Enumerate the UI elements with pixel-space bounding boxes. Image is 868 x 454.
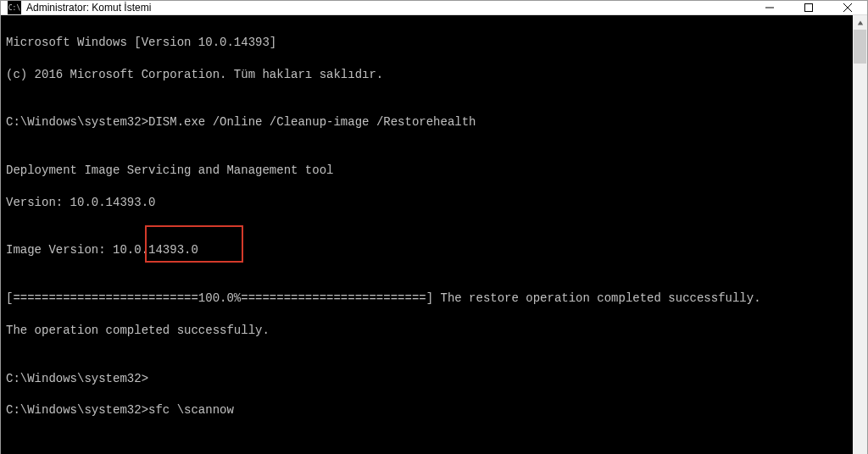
console-area: Microsoft Windows [Version 10.0.14393] (… [1,15,867,454]
console-line: Image Version: 10.0.14393.0 [6,242,848,258]
command-text: DISM.exe /Online /Cleanup-image /Restore… [148,115,476,129]
console-line: C:\Windows\system32>sfc \scannow [6,402,848,418]
scroll-thumb[interactable] [854,30,866,64]
console-line: C:\Windows\system32>DISM.exe /Online /Cl… [6,114,848,130]
console-line: The operation completed successfully. [6,323,848,339]
prompt: C:\Windows\system32> [6,403,148,417]
console-line: Version: 10.0.14393.0 [6,195,848,211]
command-prompt-window: C:\ Administrator: Komut İstemi Microsof… [0,0,868,454]
window-controls [750,1,867,14]
minimize-button[interactable] [750,1,789,14]
svg-rect-1 [805,4,813,12]
console-line: Deployment Image Servicing and Managemen… [6,163,848,179]
console-line: Microsoft Windows [Version 10.0.14393] [6,35,848,51]
window-title: Administrator: Komut İstemi [26,2,151,14]
console-line: [==========================100.0%=======… [6,291,848,307]
vertical-scrollbar[interactable] [853,15,867,454]
scroll-up-arrow-icon[interactable] [853,15,867,30]
svg-marker-4 [857,20,862,25]
console-line: C:\Windows\system32> [6,371,848,387]
command-text: sfc \scannow [148,403,234,417]
prompt: C:\Windows\system32> [6,372,148,385]
prompt: C:\Windows\system32> [6,115,148,129]
console-line: (c) 2016 Microsoft Corporation. Tüm hakl… [6,67,848,83]
close-button[interactable] [828,1,867,14]
console-output[interactable]: Microsoft Windows [Version 10.0.14393] (… [1,15,853,454]
titlebar[interactable]: C:\ Administrator: Komut İstemi [1,1,867,15]
cmd-icon: C:\ [8,1,21,14]
maximize-button[interactable] [789,1,828,14]
